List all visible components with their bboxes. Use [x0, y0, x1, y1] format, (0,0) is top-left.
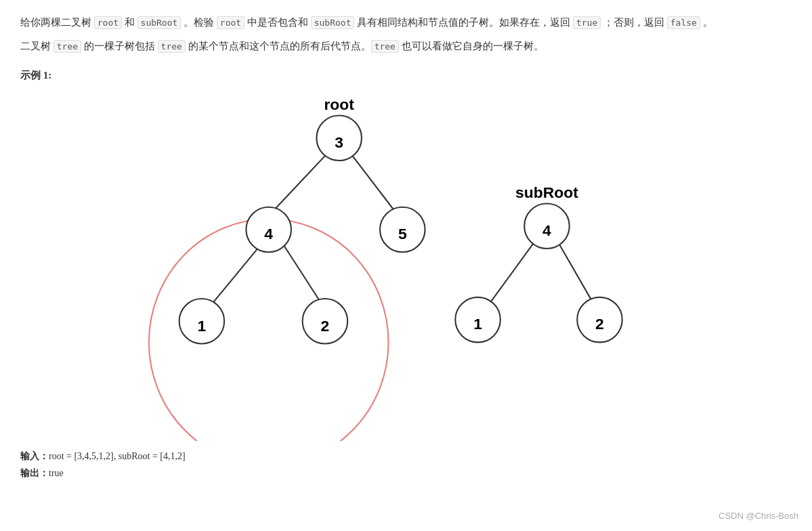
- input-value: root = [3,4,5,1,2], subRoot = [4,1,2]: [49, 451, 186, 461]
- node-4-subroot: 4: [542, 221, 551, 239]
- code-tree1: tree: [54, 40, 81, 53]
- code-false: false: [667, 16, 700, 29]
- svg-line-0: [272, 152, 328, 212]
- description-block: 给你两棵二叉树 root 和 subRoot 。检验 root 中是否包含和 s…: [20, 14, 792, 56]
- svg-line-10: [490, 242, 534, 302]
- node-3: 3: [335, 133, 343, 151]
- code-subroot1: subRoot: [137, 16, 181, 29]
- code-subroot2: subRoot: [311, 16, 355, 29]
- output-value: true: [49, 468, 64, 478]
- example-title: 示例 1:: [20, 69, 792, 82]
- node-1-subroot: 1: [473, 315, 482, 333]
- node-5: 5: [398, 225, 407, 242]
- svg-line-1: [349, 152, 396, 212]
- code-tree2: tree: [158, 40, 186, 53]
- input-label: 输入：: [20, 451, 49, 461]
- node-2-root: 2: [321, 317, 330, 335]
- description-line1: 给你两棵二叉树 root 和 subRoot 。检验 root 中是否包含和 s…: [20, 14, 792, 32]
- node-4-root: 4: [264, 225, 273, 242]
- diagram-area: root 3 4 5 1 2 subRoot: [20, 89, 792, 441]
- code-tree3: tree: [371, 40, 399, 53]
- output-label: 输出：: [20, 468, 49, 478]
- node-2-subroot: 2: [595, 315, 604, 333]
- io-section: 输入：root = [3,4,5,1,2], subRoot = [4,1,2]…: [20, 448, 792, 482]
- svg-line-11: [558, 242, 593, 302]
- code-root2: root: [217, 16, 244, 29]
- input-line: 输入：root = [3,4,5,1,2], subRoot = [4,1,2]: [20, 448, 792, 465]
- code-root1: root: [94, 16, 122, 29]
- code-true: true: [573, 16, 601, 29]
- watermark: CSDN @Chris-Bosh: [719, 511, 798, 521]
- root-label: root: [324, 95, 354, 113]
- description-line2: 二叉树 tree 的一棵子树包括 tree 的某个节点和这个节点的所有后代节点。…: [20, 37, 792, 56]
- output-line: 输出：true: [20, 465, 792, 482]
- svg-line-3: [283, 244, 322, 303]
- node-1-root: 1: [198, 317, 207, 335]
- svg-line-2: [213, 244, 262, 303]
- tree-diagram: root 3 4 5 1 2 subRoot: [20, 89, 792, 441]
- subroot-label: subRoot: [515, 184, 578, 201]
